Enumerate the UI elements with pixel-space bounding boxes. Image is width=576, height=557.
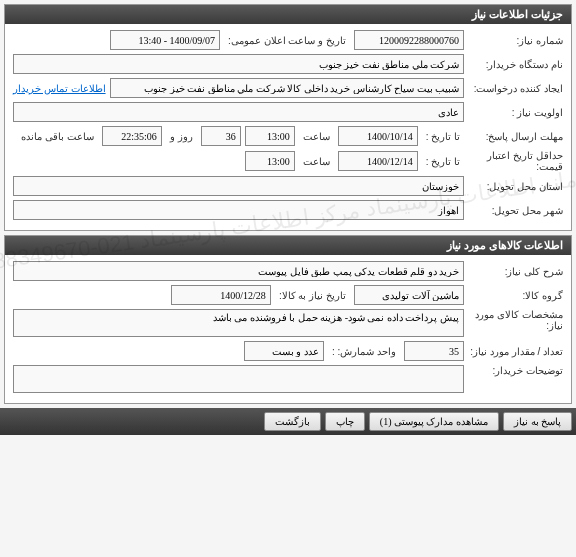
- delivery-city-field[interactable]: [13, 200, 464, 220]
- response-time-field[interactable]: [245, 126, 295, 146]
- qty-field[interactable]: [404, 341, 464, 361]
- buyer-org-label: نام دستگاه خریدار:: [468, 59, 563, 70]
- back-button[interactable]: بازگشت: [264, 412, 321, 431]
- goods-info-panel: اطلاعات کالاهای مورد نیاز شرح کلی نیاز: …: [4, 235, 572, 404]
- unit-label: واحد شمارش: :: [328, 346, 400, 357]
- need-details-panel: جزئیات اطلاعات نیاز شماره نیاز: تاریخ و …: [4, 4, 572, 231]
- desc-label: شرح کلی نیاز:: [468, 266, 563, 277]
- specs-field[interactable]: [13, 309, 464, 337]
- delivery-province-label: استان محل تحویل:: [468, 181, 563, 192]
- validity-date-field[interactable]: [338, 151, 418, 171]
- buyer-notes-label: توضیحات خریدار:: [468, 365, 563, 376]
- panel1-title: جزئیات اطلاعات نیاز: [5, 5, 571, 24]
- desc-field[interactable]: [13, 261, 464, 281]
- creator-field[interactable]: [110, 78, 464, 98]
- to-date-label-2: تا تاریخ :: [422, 156, 464, 167]
- time-label-2: ساعت: [299, 156, 334, 167]
- attachments-button[interactable]: مشاهده مدارک پیوستی (1): [369, 412, 499, 431]
- time-label-1: ساعت: [299, 131, 334, 142]
- response-deadline-label: مهلت ارسال پاسخ:: [468, 131, 563, 142]
- priority-label: اولویت نیاز :: [468, 107, 563, 118]
- min-validity-label: حداقل تاریخ اعتبار قیمت:: [468, 150, 563, 172]
- reply-button[interactable]: پاسخ به نیاز: [503, 412, 572, 431]
- need-date-field[interactable]: [171, 285, 271, 305]
- qty-label: تعداد / مقدار مورد نیاز:: [468, 346, 563, 357]
- validity-time-field[interactable]: [245, 151, 295, 171]
- group-field[interactable]: [354, 285, 464, 305]
- need-date-label: تاریخ نیاز به کالا:: [275, 290, 350, 301]
- group-label: گروه کالا:: [468, 290, 563, 301]
- to-date-label-1: تا تاریخ :: [422, 131, 464, 142]
- priority-field[interactable]: [13, 102, 464, 122]
- panel2-title: اطلاعات کالاهای مورد نیاز: [5, 236, 571, 255]
- creator-label: ایجاد کننده درخواست:: [468, 83, 563, 94]
- days-label: روز و: [166, 131, 197, 142]
- delivery-city-label: شهر محل تحویل:: [468, 205, 563, 216]
- specs-label: مشخصات کالای مورد نیاز:: [468, 309, 563, 331]
- buyer-notes-field[interactable]: [13, 365, 464, 393]
- print-button[interactable]: چاپ: [325, 412, 365, 431]
- remaining-label: ساعت باقی مانده: [17, 131, 98, 142]
- delivery-province-field[interactable]: [13, 176, 464, 196]
- public-datetime-field[interactable]: [110, 30, 220, 50]
- need-number-label: شماره نیاز:: [468, 35, 563, 46]
- public-datetime-label: تاریخ و ساعت اعلان عمومی:: [224, 35, 350, 46]
- response-date-field[interactable]: [338, 126, 418, 146]
- buyer-contact-link[interactable]: اطلاعات تماس خریدار: [13, 83, 106, 94]
- days-remaining-field[interactable]: [201, 126, 241, 146]
- action-bar: پاسخ به نیاز مشاهده مدارک پیوستی (1) چاپ…: [0, 408, 576, 435]
- buyer-org-field[interactable]: [13, 54, 464, 74]
- unit-field[interactable]: [244, 341, 324, 361]
- need-number-field[interactable]: [354, 30, 464, 50]
- time-remaining-field[interactable]: [102, 126, 162, 146]
